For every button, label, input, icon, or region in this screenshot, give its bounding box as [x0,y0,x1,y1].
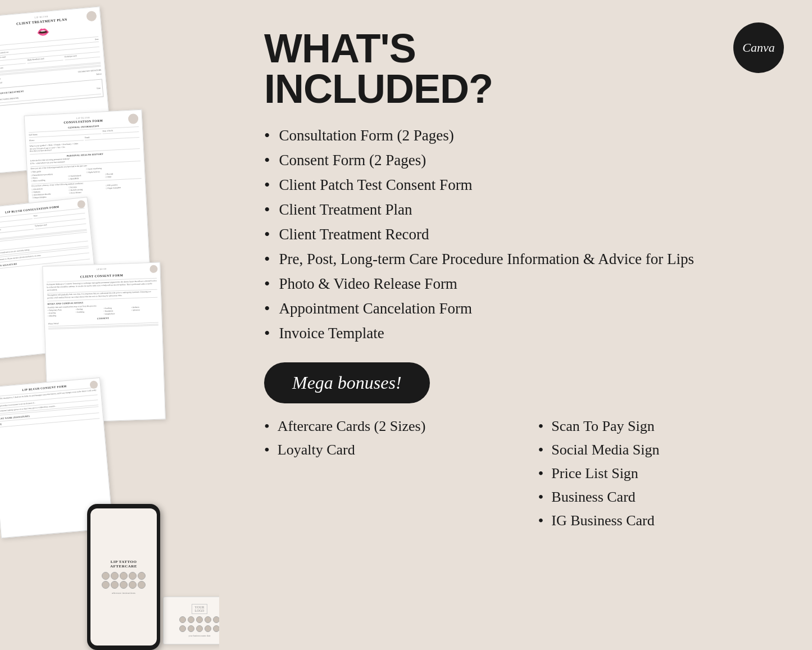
list-item: Appointment Cancelation Form [264,299,778,318]
list-item: Consent Form (2 Pages) [264,151,778,170]
bonus-col-1: Aftercare Cards (2 Sizes) Loyalty Card [264,417,505,535]
right-panel: Canva WHAT'S INCLUDED? Consultation Form… [219,0,812,650]
list-item: Photo & Video Release Form [264,274,778,293]
phone-mockup: LIP TATTOOaftercare aftercare instructio… [87,504,160,650]
mega-bonuses-label: Mega bonuses! [292,372,402,393]
canva-badge-text: Canva [742,40,774,55]
main-items-list: Consultation Form (2 Pages) Consent Form… [264,126,778,348]
heading-line2: INCLUDED? [264,69,778,109]
card-circles [179,616,219,623]
list-item: Invoice Template [264,324,778,343]
list-item: Client Patch Test Consent Form [264,175,778,194]
bonus-list-2: Scan To Pay Sign Social Media Sign Price… [538,417,779,530]
list-item: Client Treatment Plan [264,200,778,219]
bonus-list-item: Aftercare Cards (2 Sizes) [264,417,505,435]
bonus-list-1: Aftercare Cards (2 Sizes) Loyalty Card [264,417,505,459]
heading-line1: WHAT'S [264,28,778,69]
bonus-list-item: Loyalty Card [264,441,505,459]
list-item: Pre, Post, Long-term Care Procedure Info… [264,249,778,269]
left-panel: LIP BLUSH CLIENT TREATMENT PLAN 👄 Client… [0,0,219,650]
bonus-col-2: Scan To Pay Sign Social Media Sign Price… [538,417,779,535]
logo-placeholder: YOURLOGO [192,604,207,614]
phone-screen-title: LIP TATTOOaftercare [110,560,137,569]
list-item: Client Treatment Record [264,225,778,244]
mega-bonuses-button[interactable]: Mega bonuses! [264,362,430,403]
canva-badge: Canva [733,22,784,73]
loyalty-card-preview: YOURLOGO your business name date [163,597,219,644]
bonus-list-item: Business Card [538,488,779,506]
card-circles-2 [179,625,219,632]
bonus-list-item: Scan To Pay Sign [538,417,779,435]
bonus-list-item: Social Media Sign [538,441,779,459]
bonus-list-item: IG Business Card [538,512,779,530]
bonus-columns: Aftercare Cards (2 Sizes) Loyalty Card S… [264,417,778,535]
phone-loyalty-circles [102,572,146,589]
main-heading: WHAT'S INCLUDED? [264,28,778,109]
bonus-list-item: Price List Sign [538,465,779,483]
list-item: Consultation Form (2 Pages) [264,126,778,145]
